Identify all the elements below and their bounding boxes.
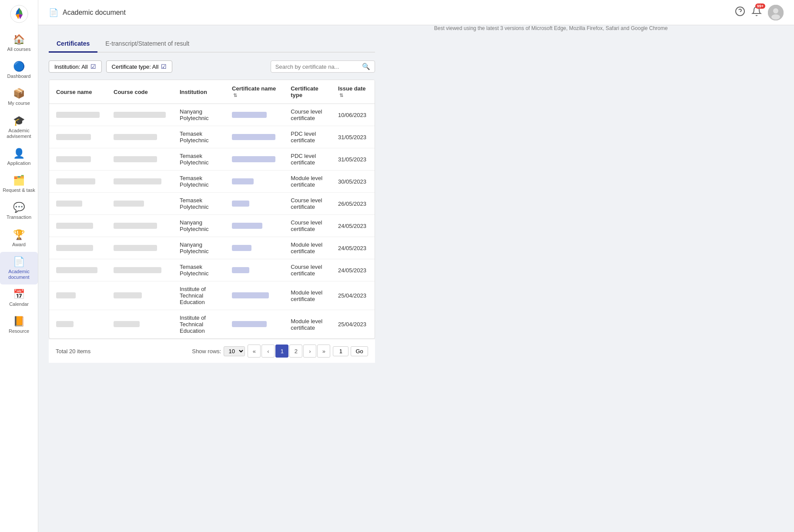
prev-page-button[interactable]: ‹ <box>261 345 275 358</box>
col-certificate-name[interactable]: Certificate name ⇅ <box>225 80 284 104</box>
cell-cert-type-0: Course level certificate <box>284 104 331 126</box>
cell-course-code-8 <box>107 281 173 310</box>
sidebar-item-academic-advisement[interactable]: 🎓 Academic advisement <box>0 111 38 144</box>
notification-button[interactable]: 99+ <box>751 6 762 19</box>
search-box: 🔍 <box>271 60 375 73</box>
main-content: Certificates E-transcript/Statement of r… <box>38 25 385 532</box>
cell-course-code-4 <box>107 193 173 215</box>
cell-cert-name-4 <box>225 193 284 215</box>
search-input[interactable] <box>275 64 362 70</box>
table-row: Institute of Technical Education Module … <box>49 310 375 339</box>
table-row: Temasek Polytechnic PDC level certificat… <box>49 126 375 148</box>
sidebar-item-my-course[interactable]: 📦 My course <box>0 84 38 110</box>
sidebar-icon-request-task: 🗂️ <box>13 175 25 186</box>
goto-page-button[interactable]: Go <box>351 346 368 356</box>
certificates-table: Course name Course code Institution Cert… <box>49 80 375 338</box>
sidebar-label-academic-advisement: Academic advisement <box>2 128 36 139</box>
sidebar-item-dashboard[interactable]: 🔵 Dashboard <box>0 57 38 84</box>
col-course-code: Course code <box>107 80 173 104</box>
cell-cert-name-6 <box>225 237 284 259</box>
app-logo[interactable] <box>10 4 29 23</box>
cell-institution-2: Temasek Polytechnic <box>173 148 225 171</box>
table-row: Temasek Polytechnic Course level certifi… <box>49 193 375 215</box>
sidebar-item-request-task[interactable]: 🗂️ Request & task <box>0 171 38 197</box>
sidebar-label-request-task: Request & task <box>3 187 35 193</box>
cert-name-sort-icon: ⇅ <box>233 93 237 98</box>
institution-filter[interactable]: Institution: All ☑ <box>49 60 102 73</box>
cell-course-code-7 <box>107 259 173 281</box>
sidebar-item-application[interactable]: 👤 Application <box>0 144 38 171</box>
col-issue-date[interactable]: Issue date ⇅ <box>331 80 375 104</box>
cell-course-name-1 <box>49 126 107 148</box>
cell-institution-5: Nanyang Polytechnic <box>173 215 225 237</box>
sidebar: 🏠 All courses🔵 Dashboard📦 My course🎓 Aca… <box>0 0 38 532</box>
cell-institution-7: Temasek Polytechnic <box>173 259 225 281</box>
sidebar-item-all-courses[interactable]: 🏠 All courses <box>0 30 38 57</box>
page-2-button[interactable]: 2 <box>289 345 302 358</box>
sidebar-label-application: Application <box>7 161 31 166</box>
doc-icon: 📄 <box>49 8 58 17</box>
table-row: Nanyang Polytechnic Course level certifi… <box>49 215 375 237</box>
cell-course-code-2 <box>107 148 173 171</box>
sidebar-label-my-course: My course <box>8 100 30 106</box>
cell-issue-date-3: 30/05/2023 <box>331 171 375 193</box>
cell-institution-6: Nanyang Polytechnic <box>173 237 225 259</box>
search-icon: 🔍 <box>362 63 370 70</box>
table-row: Temasek Polytechnic PDC level certificat… <box>49 148 375 171</box>
sidebar-item-transaction[interactable]: 💬 Transaction <box>0 197 38 224</box>
last-page-button[interactable]: » <box>317 345 330 358</box>
cell-issue-date-0: 10/06/2023 <box>331 104 375 126</box>
sidebar-item-award[interactable]: 🏆 Award <box>0 225 38 252</box>
col-institution: Institution <box>173 80 225 104</box>
tab-etranscript[interactable]: E-transcript/Statement of result <box>97 36 197 53</box>
cell-issue-date-2: 31/05/2023 <box>331 148 375 171</box>
cell-cert-type-3: Module level certificate <box>284 171 331 193</box>
tab-certificates[interactable]: Certificates <box>49 36 97 53</box>
cell-course-name-5 <box>49 215 107 237</box>
cell-course-name-8 <box>49 281 107 310</box>
cell-cert-name-8 <box>225 281 284 310</box>
cell-issue-date-6: 24/05/2023 <box>331 237 375 259</box>
tabs: Certificates E-transcript/Statement of r… <box>49 36 375 53</box>
topbar: 📄 Academic document 99+ <box>38 0 794 25</box>
help-button[interactable] <box>735 6 745 19</box>
cell-issue-date-4: 26/05/2023 <box>331 193 375 215</box>
cell-institution-9: Institute of Technical Education <box>173 310 225 339</box>
pagination-right: Show rows: 10 20 50 « ‹ 1 2 › » Go <box>192 345 368 358</box>
table-row: Nanyang Polytechnic Course level certifi… <box>49 104 375 126</box>
svg-point-4 <box>773 8 778 13</box>
cell-cert-name-0 <box>225 104 284 126</box>
page-1-button[interactable]: 1 <box>275 345 288 358</box>
certificate-type-filter[interactable]: Certificate type: All ☑ <box>106 60 173 73</box>
cell-course-code-1 <box>107 126 173 148</box>
next-page-button[interactable]: › <box>303 345 316 358</box>
cell-cert-name-5 <box>225 215 284 237</box>
sidebar-icon-application: 👤 <box>13 148 25 159</box>
cell-course-code-9 <box>107 310 173 339</box>
rows-per-page-select[interactable]: 10 20 50 <box>224 346 245 356</box>
sidebar-icon-dashboard: 🔵 <box>13 61 25 72</box>
cell-cert-type-8: Module level certificate <box>284 281 331 310</box>
cell-cert-type-2: PDC level certificate <box>284 148 331 171</box>
sidebar-item-academic-document[interactable]: 📄 Academic document <box>0 252 38 284</box>
sidebar-icon-academic-advisement: 🎓 <box>13 115 25 127</box>
cell-issue-date-7: 24/05/2023 <box>331 259 375 281</box>
col-certificate-type: Certificate type <box>284 80 331 104</box>
cell-course-code-3 <box>107 171 173 193</box>
sidebar-icon-award: 🏆 <box>13 229 25 241</box>
goto-page-input[interactable] <box>333 346 348 356</box>
user-avatar[interactable] <box>768 5 784 20</box>
sidebar-icon-all-courses: 🏠 <box>13 34 25 45</box>
svg-point-5 <box>771 14 780 20</box>
first-page-button[interactable]: « <box>248 345 261 358</box>
cell-cert-name-7 <box>225 259 284 281</box>
cell-course-name-9 <box>49 310 107 339</box>
sidebar-item-calendar[interactable]: 📅 Calendar <box>0 284 38 311</box>
sidebar-label-dashboard: Dashboard <box>7 74 31 79</box>
topbar-right: 99+ <box>735 5 784 20</box>
certificates-table-container: Course name Course code Institution Cert… <box>49 80 375 339</box>
sidebar-item-resource[interactable]: 📙 Resource <box>0 311 38 338</box>
topbar-title: Academic document <box>63 9 126 17</box>
institution-filter-icon: ☑ <box>90 63 96 70</box>
notification-badge: 99+ <box>755 3 765 9</box>
